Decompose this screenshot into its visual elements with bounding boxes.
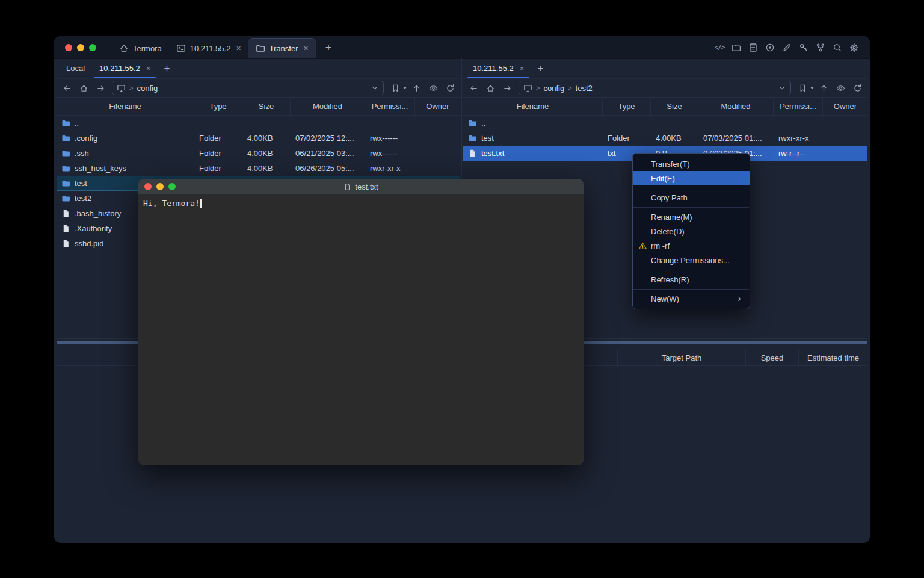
editor-content[interactable]: Hi, Termora! (138, 194, 584, 465)
search-icon[interactable] (831, 42, 843, 54)
left-refresh-button[interactable] (442, 81, 458, 95)
breadcrumb-segment[interactable]: config (543, 84, 564, 93)
close-tab-icon[interactable]: × (236, 44, 241, 52)
main-tab-transfer[interactable]: Transfer × (248, 38, 316, 58)
column-header[interactable]: Permissi... (774, 98, 823, 115)
editor-title: test.txt (355, 182, 378, 191)
chevron-down-icon[interactable] (371, 84, 379, 92)
menu-item-delete-d[interactable]: Delete(D) (633, 224, 750, 238)
right-up-button[interactable] (816, 81, 831, 95)
file-icon (468, 149, 477, 158)
close-tab-icon[interactable]: × (520, 64, 525, 72)
file-type: Folder (194, 134, 242, 143)
right-home-button[interactable] (482, 81, 498, 95)
transfer-column-header[interactable]: Estimated time (799, 350, 867, 365)
right-new-panel-tab-button[interactable]: + (531, 58, 549, 78)
settings-icon[interactable] (848, 42, 860, 54)
file-modified: 06/26/2025 05:... (291, 164, 365, 173)
file-row-test[interactable]: test Folder 4.00KB 07/03/2025 01:... rwx… (463, 131, 867, 146)
column-header[interactable]: Permissi... (365, 98, 415, 115)
column-header[interactable]: Filename (463, 98, 603, 115)
file-row-config[interactable]: .config Folder 4.00KB 07/02/2025 12:... … (57, 131, 460, 146)
file-row-ssh-host-keys[interactable]: ssh_host_keys Folder 4.00KB 06/26/2025 0… (57, 161, 460, 176)
column-header[interactable]: Size (651, 98, 698, 115)
close-tab-icon[interactable]: × (304, 44, 309, 52)
main-tab-10-211-55-2[interactable]: 10.211.55.2 × (169, 38, 248, 58)
left-bookmark-dropdown-icon[interactable] (402, 85, 407, 90)
fullscreen-window-button[interactable] (89, 44, 96, 51)
left-show-hidden-button[interactable] (425, 81, 441, 95)
record-icon[interactable] (764, 42, 776, 54)
main-tab-termora[interactable]: Termora (112, 38, 169, 58)
editor-titlebar[interactable]: test.txt (138, 179, 584, 194)
left-new-panel-tab-button[interactable]: + (158, 58, 176, 78)
breadcrumb-segment[interactable]: test2 (576, 84, 593, 93)
column-header[interactable]: Owner (415, 98, 460, 115)
menu-item-change-permissions[interactable]: Change Permissions... (633, 253, 750, 267)
left-back-button[interactable] (59, 81, 75, 95)
left-bookmark-button[interactable] (387, 81, 403, 95)
column-header[interactable]: Type (194, 98, 242, 115)
file-row-up[interactable]: .. (463, 116, 867, 131)
column-header[interactable]: Filename (57, 98, 194, 115)
menu-separator (633, 270, 749, 270)
left-path-bar[interactable]: >config (112, 81, 384, 95)
menu-item-refresh-r[interactable]: Refresh(R) (633, 272, 750, 287)
file-row-ssh[interactable]: .ssh Folder 4.00KB 06/21/2025 03:... rwx… (57, 146, 460, 161)
editor-close-button[interactable] (144, 183, 152, 190)
right-forward-button[interactable] (499, 81, 515, 95)
document-icon[interactable] (747, 42, 759, 54)
new-main-tab-button[interactable]: + (322, 41, 336, 54)
menu-item-new-w[interactable]: New(W) (633, 291, 750, 306)
transfer-column-header[interactable]: Speed (746, 350, 799, 365)
minimize-window-button[interactable] (77, 44, 84, 51)
breadcrumb: >config (129, 84, 367, 93)
file-type: Folder (194, 164, 242, 173)
file-permissions: rwx------ (365, 149, 415, 158)
left-panel-tab-local[interactable]: Local (59, 58, 92, 78)
left-up-button[interactable] (408, 81, 424, 95)
left-home-button[interactable] (76, 81, 91, 95)
right-show-hidden-button[interactable] (833, 81, 848, 95)
menu-item-edit-e[interactable]: Edit(E) (633, 171, 750, 185)
right-back-button[interactable] (466, 81, 481, 95)
right-bookmark-button[interactable] (795, 81, 810, 95)
right-path-bar[interactable]: >config>test2 (519, 81, 791, 95)
code-icon[interactable]: </> (713, 42, 725, 54)
key-icon[interactable] (798, 42, 810, 54)
menu-item-copy-path[interactable]: Copy Path (633, 190, 750, 205)
column-header[interactable]: Modified (698, 98, 774, 115)
editor-fullscreen-button[interactable] (168, 183, 176, 190)
chevron-down-icon[interactable] (778, 84, 786, 92)
file-modified: 07/03/2025 01:... (698, 134, 774, 143)
folder-icon (256, 43, 265, 53)
file-row-up[interactable]: .. (57, 116, 460, 131)
breadcrumb-segment[interactable]: config (137, 84, 158, 93)
main-tab-bar: Termora 10.211.55.2 × Transfer × (112, 36, 316, 58)
left-table-header: FilenameTypeSizeModifiedPermissi...Owner (57, 97, 460, 116)
column-header[interactable]: Type (603, 98, 651, 115)
menu-item-transfer-t[interactable]: Transfer(T) (633, 157, 750, 171)
right-refresh-button[interactable] (849, 81, 865, 95)
menu-item-rename-m[interactable]: Rename(M) (633, 210, 750, 224)
pencil-icon[interactable] (781, 42, 793, 54)
column-header[interactable]: Size (242, 98, 291, 115)
close-window-button[interactable] (65, 44, 72, 51)
column-header[interactable]: Owner (823, 98, 867, 115)
left-navbar: >config (57, 79, 460, 97)
right-bookmark-dropdown-icon[interactable] (810, 85, 815, 90)
transfer-column-header[interactable]: Target Path (618, 350, 746, 365)
editor-minimize-button[interactable] (156, 183, 164, 190)
menu-item-rm-rf[interactable]: rm -rf (633, 238, 750, 253)
git-branch-icon[interactable] (815, 42, 827, 54)
column-header[interactable]: Modified (291, 98, 365, 115)
filename: .config (75, 134, 97, 143)
left-forward-button[interactable] (93, 81, 108, 95)
close-tab-icon[interactable]: × (146, 64, 151, 72)
editor-window: test.txt Hi, Termora! (138, 179, 584, 465)
folder-icon (61, 134, 70, 143)
left-panel-tab-10-211-55-2[interactable]: 10.211.55.2 × (92, 58, 158, 78)
folder-icon[interactable] (730, 42, 742, 54)
menu-separator (633, 188, 749, 188)
right-panel-tab-10-211-55-2[interactable]: 10.211.55.2 × (466, 58, 531, 78)
